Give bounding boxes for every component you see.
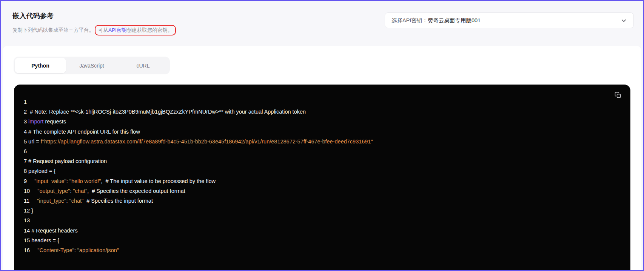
copy-icon	[614, 91, 622, 100]
code-line: 5url = f"https://api.langflow.astra.data…	[24, 137, 621, 146]
code-line: 15headers = {	[24, 236, 621, 245]
line-number: 14	[24, 228, 31, 234]
api-key-link[interactable]: API密钥	[108, 27, 127, 34]
subtitle-text: 复制下列代码以集成至第三方平台。	[12, 27, 94, 34]
api-key-select-label: 选择API密钥：	[391, 17, 428, 23]
tab-javascript[interactable]: JavaScript	[66, 58, 117, 73]
line-number: 8	[24, 168, 28, 174]
code-line: 11 "input_type": "chat" # Specifies the …	[24, 196, 621, 206]
code-line: 14# Request headers	[24, 226, 621, 236]
code-line: 10 "output_type": "chat", # Specifies th…	[24, 186, 621, 196]
code-line: 3import requests	[24, 117, 621, 126]
line-number: 6	[24, 148, 28, 154]
annotation-text-after: 创建获取您的密钥。	[127, 27, 173, 34]
api-key-select-value: 赞奇云桌面专用版001	[428, 17, 481, 23]
code-line: 7# Request payload configuration	[24, 156, 621, 166]
code-line: 12}	[24, 206, 621, 216]
api-key-select[interactable]: 选择API密钥：赞奇云桌面专用版001	[385, 12, 634, 28]
content-card: PythonJavaScriptcURL 12 # Note: Replace …	[3, 46, 641, 270]
tab-curl[interactable]: cURL	[117, 58, 169, 73]
line-number: 11	[24, 198, 31, 204]
copy-code-button[interactable]	[613, 90, 623, 101]
code-line: 13	[24, 216, 621, 225]
line-number: 16	[24, 247, 31, 253]
code-line: 8payload = {	[24, 166, 621, 176]
code-line: 2 # Note: Replace **<sk-1hljROCSj-itoZ3P…	[24, 107, 621, 117]
code-line: 1	[24, 97, 621, 107]
chevron-down-icon	[621, 17, 627, 24]
line-number: 10	[24, 188, 31, 194]
line-number: 3	[24, 119, 28, 125]
line-number: 13	[24, 217, 31, 223]
code-line: 6	[24, 146, 621, 156]
code-line: 4# The complete API endpoint URL for thi…	[24, 127, 621, 137]
code-block: 12 # Note: Replace **<sk-1hljROCSj-itoZ3…	[14, 85, 630, 270]
line-number: 4	[24, 129, 28, 135]
language-tabbar: PythonJavaScriptcURL	[14, 57, 170, 74]
line-number: 12	[24, 208, 31, 214]
line-number: 5	[24, 139, 28, 145]
line-number: 9	[24, 178, 28, 184]
line-number: 1	[24, 99, 28, 105]
code-line: 16 "Content-Type": "application/json"	[24, 245, 621, 255]
page-header: 嵌入代码参考 复制下列代码以集成至第三方平台。 可从API密钥创建获取您的密钥。…	[1, 1, 643, 45]
tab-python[interactable]: Python	[15, 58, 66, 73]
annotation-text-before: 可从	[98, 27, 108, 34]
red-annotation-box: 可从API密钥创建获取您的密钥。	[95, 25, 176, 35]
line-number: 15	[24, 237, 31, 243]
line-number: 7	[24, 158, 28, 164]
code-line: 9 "input_value": "hello world!", # The i…	[24, 176, 621, 186]
line-number: 2	[24, 109, 28, 115]
code-content: 12 # Note: Replace **<sk-1hljROCSj-itoZ3…	[24, 97, 621, 255]
